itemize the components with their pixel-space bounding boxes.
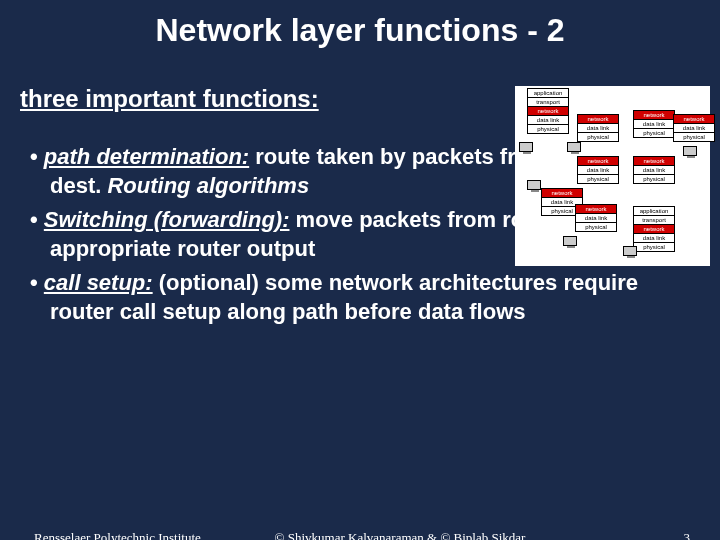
- computer-icon: [519, 142, 533, 152]
- layer-datalink: data link: [528, 116, 568, 125]
- layer-network: network: [634, 157, 674, 166]
- layer-physical: physical: [578, 175, 618, 183]
- computer-icon: [563, 236, 577, 246]
- layer-transport: transport: [634, 216, 674, 225]
- router-stack: network data link physical: [633, 110, 675, 138]
- router-stack: network data link physical: [577, 114, 619, 142]
- layer-datalink: data link: [634, 166, 674, 175]
- layer-network: network: [578, 115, 618, 124]
- layer-network: network: [528, 107, 568, 116]
- layer-transport: transport: [528, 98, 568, 107]
- layer-network: network: [542, 189, 582, 198]
- footer-institute: Rensselaer Polytechnic Institute: [34, 530, 201, 540]
- layer-datalink: data link: [634, 120, 674, 129]
- page-number: 3: [684, 530, 691, 540]
- router-stack: network data link physical: [577, 156, 619, 184]
- bullet-call-setup: call setup: (optional) some network arch…: [30, 269, 690, 326]
- router-stack: network data link physical: [633, 156, 675, 184]
- host-stack-left: application transport network data link …: [527, 88, 569, 134]
- layer-network: network: [634, 225, 674, 234]
- router-stack: network data link physical: [673, 114, 715, 142]
- footer-credits: © Shivkumar Kalvanaraman & © Biplab Sikd…: [230, 530, 570, 540]
- computer-icon: [527, 180, 541, 190]
- router-stack: network data link physical: [575, 204, 617, 232]
- slide-title: Network layer functions - 2: [0, 0, 720, 57]
- layer-physical: physical: [634, 129, 674, 137]
- bullet-term: Switching (forwarding):: [44, 207, 290, 232]
- bullet-term: call setup:: [44, 270, 153, 295]
- layer-datalink: data link: [674, 124, 714, 133]
- layer-physical: physical: [634, 243, 674, 251]
- bullet-term: path determination:: [44, 144, 249, 169]
- computer-icon: [623, 246, 637, 256]
- layer-physical: physical: [674, 133, 714, 141]
- computer-icon: [567, 142, 581, 152]
- computer-icon: [683, 146, 697, 156]
- layer-datalink: data link: [578, 166, 618, 175]
- layer-network: network: [578, 157, 618, 166]
- layer-physical: physical: [576, 223, 616, 231]
- layer-application: application: [528, 89, 568, 98]
- layer-physical: physical: [634, 175, 674, 183]
- layer-physical: physical: [528, 125, 568, 133]
- layer-datalink: data link: [578, 124, 618, 133]
- layer-datalink: data link: [634, 234, 674, 243]
- layer-datalink: data link: [576, 214, 616, 223]
- host-stack-right: application transport network data link …: [633, 206, 675, 252]
- layer-network: network: [634, 111, 674, 120]
- layer-network: network: [674, 115, 714, 124]
- layer-physical: physical: [578, 133, 618, 141]
- layer-application: application: [634, 207, 674, 216]
- bullet-italic: Routing algorithms: [107, 173, 309, 198]
- network-diagram: application transport network data link …: [515, 86, 710, 266]
- layer-network: network: [576, 205, 616, 214]
